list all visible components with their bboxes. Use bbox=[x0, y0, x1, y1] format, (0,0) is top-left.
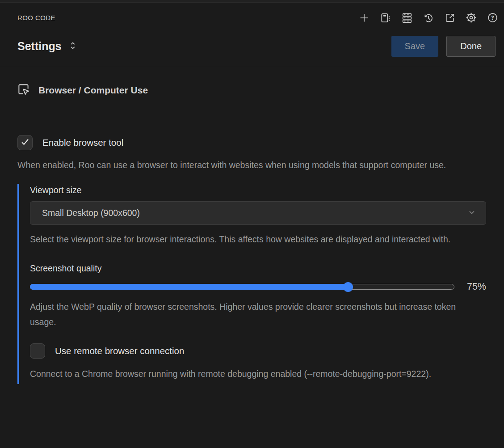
app-title: ROO CODE bbox=[17, 14, 55, 21]
remote-browser-checkbox-row[interactable]: Use remote browser connection bbox=[30, 343, 486, 359]
help-icon: ? bbox=[487, 12, 498, 23]
prompts-button[interactable] bbox=[379, 12, 391, 24]
enable-browser-tool-checkbox-row[interactable]: Enable browser tool bbox=[17, 135, 486, 150]
screenshot-quality-value: 75% bbox=[463, 281, 486, 292]
gear-icon bbox=[465, 12, 477, 24]
mcp-servers-icon bbox=[401, 12, 413, 24]
remote-browser-description: Connect to a Chrome browser running with… bbox=[30, 366, 459, 381]
app-header: ROO CODE bbox=[0, 3, 504, 24]
remote-browser-label: Use remote browser connection bbox=[55, 346, 184, 356]
viewport-size-selected-value: Small Desktop (900x600) bbox=[42, 208, 140, 218]
screenshot-quality-slider-row: 75% bbox=[30, 281, 486, 292]
enable-browser-tool-checkbox[interactable] bbox=[17, 135, 33, 150]
prompts-icon bbox=[380, 12, 391, 24]
checkmark-icon bbox=[20, 136, 30, 149]
save-button[interactable]: Save bbox=[391, 36, 439, 57]
svg-text:?: ? bbox=[491, 14, 494, 21]
slider-thumb[interactable] bbox=[343, 282, 353, 292]
enable-browser-tool-description: When enabled, Roo can use a browser to i… bbox=[17, 157, 469, 173]
remote-browser-checkbox[interactable] bbox=[30, 343, 45, 359]
enable-browser-tool-label: Enable browser tool bbox=[42, 137, 123, 148]
slider-fill bbox=[30, 284, 348, 290]
history-icon bbox=[423, 12, 434, 24]
history-button[interactable] bbox=[422, 12, 434, 24]
mcp-servers-button[interactable] bbox=[401, 12, 413, 24]
viewport-size-description: Select the viewport size for browser int… bbox=[30, 232, 481, 247]
help-button[interactable]: ? bbox=[487, 12, 499, 24]
unfold-icon bbox=[68, 40, 77, 53]
sections-unfold-button[interactable] bbox=[68, 40, 77, 53]
plus-icon bbox=[358, 12, 370, 24]
done-button[interactable]: Done bbox=[446, 36, 496, 57]
section-header: Browser / Computer Use bbox=[0, 66, 504, 112]
screenshot-quality-slider[interactable] bbox=[30, 284, 454, 290]
settings-content: Enable browser tool When enabled, Roo ca… bbox=[0, 135, 504, 384]
open-in-editor-button[interactable] bbox=[444, 12, 456, 24]
square-mouse-pointer-icon bbox=[17, 83, 29, 97]
page-title: Settings bbox=[17, 40, 62, 53]
settings-bar: Settings Save Done bbox=[0, 24, 504, 66]
open-in-editor-icon bbox=[444, 12, 456, 24]
viewport-size-label: Viewport size bbox=[30, 185, 82, 195]
toolbar: ? bbox=[358, 12, 499, 24]
screenshot-quality-label: Screenshot quality bbox=[30, 263, 486, 274]
new-task-button[interactable] bbox=[358, 12, 370, 24]
chevron-down-icon bbox=[468, 208, 476, 218]
screenshot-quality-description: Adjust the WebP quality of browser scree… bbox=[30, 299, 481, 330]
viewport-size-select[interactable]: Small Desktop (900x600) bbox=[30, 201, 486, 225]
settings-gear-button[interactable] bbox=[465, 12, 477, 24]
section-title: Browser / Computer Use bbox=[38, 85, 148, 96]
browser-settings-group: Viewport size Small Desktop (900x600) Se… bbox=[17, 184, 486, 384]
